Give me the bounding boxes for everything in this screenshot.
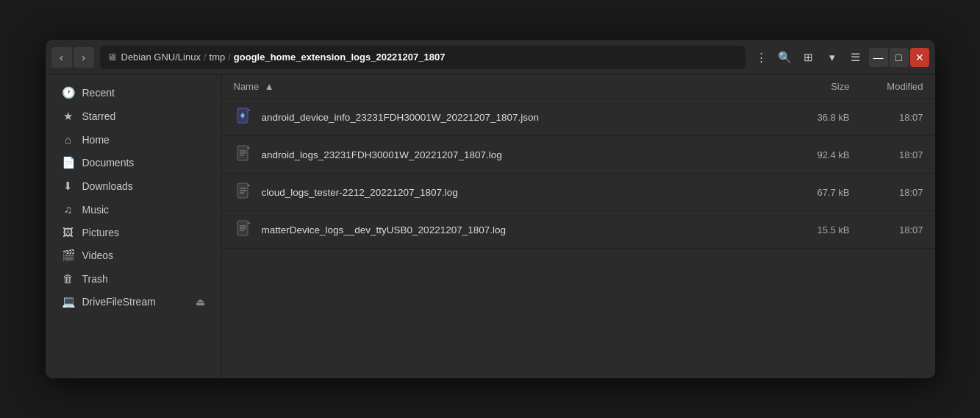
videos-label: Videos	[82, 249, 114, 261]
file-modified: 18:07	[865, 112, 923, 123]
home-label: Home	[82, 134, 110, 146]
file-icon	[234, 105, 254, 129]
file-name: matterDevice_logs__dev_ttyUSB0_20221207_…	[262, 224, 776, 235]
sidebar-item-drivefilestream[interactable]: 💻DriveFileStream⏏	[50, 290, 217, 314]
header-size: Size	[776, 81, 850, 92]
forward-button[interactable]: ›	[74, 47, 94, 68]
breadcrumb-os: Debian GNU/Linux	[121, 52, 201, 63]
sidebar-item-trash[interactable]: 🗑Trash	[50, 267, 217, 290]
svg-marker-14	[248, 221, 251, 224]
file-icon	[234, 218, 254, 241]
file-modified: 18:07	[865, 224, 923, 235]
breadcrumb-tmp: tmp	[210, 52, 226, 63]
file-list: android_device_info_23231FDH30001W_20221…	[222, 99, 935, 378]
file-name: cloud_logs_tester-2212_20221207_1807.log	[262, 187, 776, 198]
recent-label: Recent	[82, 87, 115, 99]
header-modified: Modified	[865, 81, 923, 92]
sidebar-item-pictures[interactable]: 🖼Pictures	[50, 221, 217, 244]
music-label: Music	[82, 204, 110, 216]
file-name: android_device_info_23231FDH30001W_20221…	[262, 112, 776, 123]
eject-icon[interactable]: ⏏	[196, 296, 205, 308]
back-button[interactable]: ‹	[51, 47, 72, 68]
view-dropdown-button[interactable]: ▾	[822, 47, 843, 68]
file-modified: 18:07	[865, 187, 923, 198]
close-button[interactable]: ✕	[910, 48, 929, 67]
trash-icon: 🗑	[62, 272, 75, 285]
sidebar-item-documents[interactable]: 📄Documents	[50, 151, 217, 174]
starred-label: Starred	[82, 110, 116, 122]
sidebar-item-music[interactable]: ♫Music	[50, 198, 217, 221]
breadcrumb-sep2: /	[228, 52, 231, 63]
pictures-icon: 🖼	[62, 226, 75, 238]
table-row[interactable]: android_logs_23231FDH30001W_20221207_180…	[222, 136, 935, 174]
minimize-button[interactable]: —	[869, 48, 888, 67]
drivefilestream-label: DriveFileStream	[82, 296, 156, 308]
maximize-button[interactable]: □	[890, 48, 909, 67]
breadcrumb[interactable]: 🖥 Debian GNU/Linux / tmp / google_home_e…	[100, 46, 745, 69]
videos-icon: 🎬	[62, 249, 75, 262]
svg-marker-1	[248, 108, 251, 111]
content-area: 🕐Recent★Starred⌂Home📄Documents⬇Downloads…	[46, 75, 935, 378]
table-row[interactable]: matterDevice_logs__dev_ttyUSB0_20221207_…	[222, 211, 935, 249]
sidebar-item-starred[interactable]: ★Starred	[50, 104, 217, 128]
nav-buttons: ‹ ›	[51, 47, 94, 68]
svg-marker-4	[248, 146, 251, 149]
file-icon	[234, 180, 254, 204]
documents-label: Documents	[82, 157, 135, 169]
file-size: 15.5 kB	[776, 224, 850, 235]
downloads-icon: ⬇	[62, 180, 75, 193]
drivefilestream-icon: 💻	[62, 295, 75, 308]
file-size: 92.4 kB	[776, 149, 850, 160]
titlebar: ‹ › 🖥 Debian GNU/Linux / tmp / google_ho…	[46, 40, 935, 75]
table-row[interactable]: android_device_info_23231FDH30001W_20221…	[222, 99, 935, 136]
file-pane: Name ▲ Size Modified android_device_info…	[222, 75, 935, 378]
file-name: android_logs_23231FDH30001W_20221207_180…	[262, 149, 776, 160]
file-size: 36.8 kB	[776, 112, 850, 123]
recent-icon: 🕐	[62, 86, 75, 99]
view-grid-button[interactable]: ⊞	[798, 47, 819, 68]
svg-marker-9	[248, 183, 251, 186]
more-options-button[interactable]: ⋮	[751, 47, 772, 68]
documents-icon: 📄	[62, 156, 75, 169]
music-icon: ♫	[62, 203, 75, 216]
file-size: 67.7 kB	[776, 187, 850, 198]
search-button[interactable]: 🔍	[775, 47, 795, 68]
sidebar-item-downloads[interactable]: ⬇Downloads	[50, 174, 217, 198]
breadcrumb-sep1: /	[204, 52, 207, 63]
sort-arrow: ▲	[265, 81, 274, 92]
breadcrumb-current: google_home_extension_logs_20221207_1807	[234, 52, 446, 63]
window-controls: — □ ✕	[869, 48, 929, 67]
sidebar: 🕐Recent★Starred⌂Home📄Documents⬇Downloads…	[46, 75, 222, 378]
view-list-button[interactable]: ☰	[845, 47, 866, 68]
header-name: Name ▲	[234, 81, 776, 92]
home-icon: ⌂	[62, 133, 75, 146]
table-row[interactable]: cloud_logs_tester-2212_20221207_1807.log…	[222, 174, 935, 211]
sidebar-item-videos[interactable]: 🎬Videos	[50, 244, 217, 267]
sidebar-item-recent[interactable]: 🕐Recent	[50, 81, 217, 104]
starred-icon: ★	[62, 110, 75, 123]
file-manager-window: ‹ › 🖥 Debian GNU/Linux / tmp / google_ho…	[46, 40, 935, 378]
pictures-label: Pictures	[82, 227, 120, 238]
trash-label: Trash	[82, 273, 108, 285]
sidebar-item-home[interactable]: ⌂Home	[50, 128, 217, 151]
file-icon	[234, 143, 254, 166]
file-list-header: Name ▲ Size Modified	[222, 75, 935, 99]
file-modified: 18:07	[865, 149, 923, 160]
os-icon: 🖥	[107, 52, 117, 63]
downloads-label: Downloads	[82, 180, 133, 192]
titlebar-icons: ⋮ 🔍 ⊞ ▾ ☰	[751, 47, 866, 68]
